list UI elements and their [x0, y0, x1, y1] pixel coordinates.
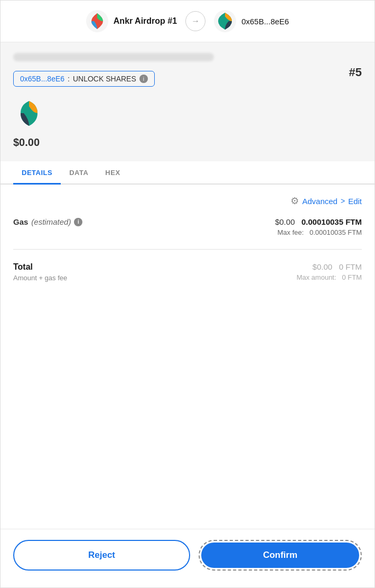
contract-address: 0x65B...8eE6	[20, 75, 64, 83]
gas-estimated: (estimated)	[31, 217, 71, 226]
total-label-container: Total Amount + gas fee	[13, 262, 67, 282]
info-icon[interactable]: i	[139, 75, 148, 83]
wallet-modal: Ankr Airdrop #1 → 0x65B...8eE6 0x65B...8…	[0, 0, 375, 588]
total-row: Total Amount + gas fee $0.00 0 FTM Max a…	[13, 262, 362, 282]
contract-action: UNLOCK SHARES	[73, 75, 136, 83]
max-amount-value: 0 FTM	[342, 273, 362, 281]
destination-info: 0x65B...8eE6	[214, 10, 289, 32]
contract-separator: :	[68, 75, 70, 83]
reject-button[interactable]: Reject	[13, 540, 190, 571]
contract-badge: 0x65B...8eE6 : UNLOCK SHARES i	[13, 71, 155, 87]
confirm-wrapper: Confirm	[199, 540, 362, 571]
gas-main-value: $0.00 0.00010035 FTM	[275, 217, 362, 226]
token-icon	[13, 98, 45, 130]
gas-info-icon[interactable]: i	[74, 218, 82, 226]
advanced-label[interactable]: Advanced	[302, 197, 338, 206]
token-amount: $0.00	[13, 136, 362, 149]
gas-max-row: Max fee: 0.00010035 FTM	[275, 228, 362, 236]
total-main-value: $0.00 0 FTM	[296, 262, 362, 271]
total-ftm-value: 0 FTM	[339, 262, 362, 271]
source-name: Ankr Airdrop #1	[114, 16, 177, 26]
header: Ankr Airdrop #1 → 0x65B...8eE6	[1, 1, 374, 42]
arrow-icon: →	[185, 11, 205, 31]
gas-row: Gas (estimated) i $0.00 0.00010035 FTM M…	[13, 217, 362, 236]
gas-label-container: Gas (estimated) i	[13, 217, 82, 226]
edit-label[interactable]: Edit	[348, 197, 362, 206]
token-icon-container	[13, 98, 362, 132]
wallet-logo-icon	[214, 10, 236, 32]
tab-hex[interactable]: HEX	[97, 161, 128, 185]
wallet-address: 0x65B...8eE6	[241, 17, 289, 26]
advanced-row: ⚙ Advanced > Edit	[13, 195, 362, 207]
max-fee-value: 0.00010035 FTM	[310, 228, 362, 236]
total-sublabel: Amount + gas fee	[13, 274, 67, 282]
tab-data[interactable]: DATA	[61, 161, 97, 185]
gas-ftm-value: 0.00010035 FTM	[302, 217, 362, 226]
gas-values: $0.00 0.00010035 FTM Max fee: 0.00010035…	[275, 217, 362, 236]
tab-details[interactable]: DETAILS	[13, 161, 61, 185]
gear-icon: ⚙	[290, 195, 299, 207]
footer: Reject Confirm	[1, 529, 374, 587]
blur-bar	[13, 53, 214, 61]
total-max-row: Max amount: 0 FTM	[296, 273, 362, 281]
total-label: Total	[13, 262, 67, 272]
chevron-right-icon: >	[341, 197, 345, 205]
badge-number: #5	[349, 66, 362, 79]
details-content: ⚙ Advanced > Edit Gas (estimated) i $0.0…	[1, 185, 374, 529]
total-values: $0.00 0 FTM Max amount: 0 FTM	[296, 262, 362, 281]
ankr-logo-icon	[86, 10, 108, 32]
source-info: Ankr Airdrop #1	[86, 10, 177, 32]
confirm-button[interactable]: Confirm	[201, 543, 359, 568]
top-info-section: 0x65B...8eE6 : UNLOCK SHARES i #5 $0.00	[1, 42, 374, 161]
section-divider	[13, 249, 362, 250]
tab-bar: DETAILS DATA HEX	[1, 161, 374, 185]
gas-label: Gas (estimated) i	[13, 217, 82, 226]
contract-row: 0x65B...8eE6 : UNLOCK SHARES i #5	[13, 71, 362, 90]
